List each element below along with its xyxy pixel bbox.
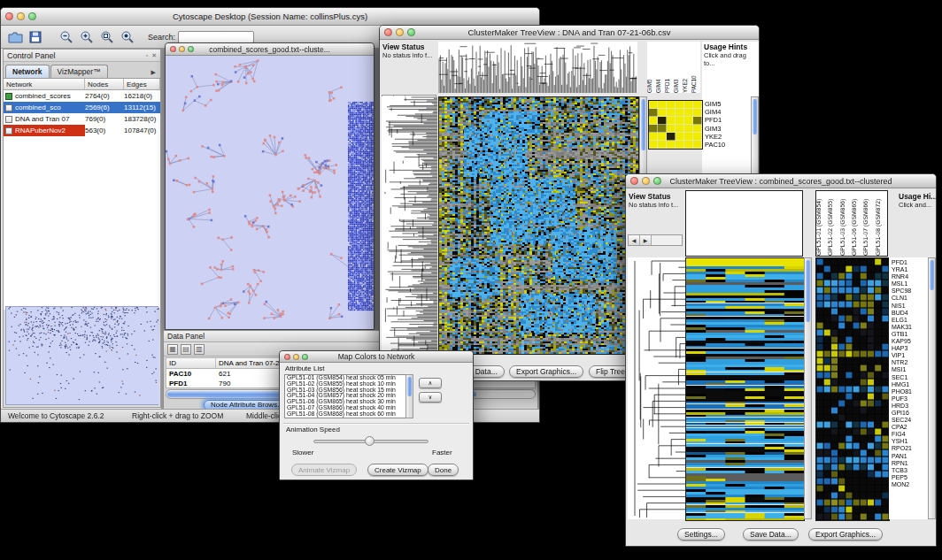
close-window-icon[interactable] [5, 12, 13, 20]
zoom-selected-icon[interactable] [119, 28, 136, 46]
network-row[interactable]: DNA and Tran 07769(0)183728(0) [4, 113, 160, 125]
usage-hints-panel: Usage Hints Click and drag to... [704, 42, 757, 87]
vscroll-thumb[interactable] [641, 99, 645, 150]
zoom-fit-icon[interactable] [98, 28, 116, 46]
network-view-titlebar[interactable]: combined_scores_good.txt--cluste... [166, 43, 374, 56]
usage-hints-text: Click and... [899, 201, 936, 209]
float-panel-icon[interactable]: ▫ [146, 52, 148, 59]
main-window-title: Cytoscape Desktop (Session Name: collins… [173, 12, 367, 21]
minimize-view-icon[interactable] [179, 46, 185, 52]
open-file-icon[interactable] [6, 28, 24, 46]
gene-label: HAP3 [892, 345, 927, 352]
export-graphics-button[interactable]: Export Graphics... [808, 528, 883, 541]
attribute-item[interactable]: GPL51-08 (GSM868) heat shock 60 min [285, 411, 413, 418]
gene-label-list: PFD1YRA1RNR4MSL1SPC98CLN1NIS1BUD4ELG1MAK… [892, 259, 927, 518]
gene-vscrollbar[interactable] [928, 257, 936, 519]
global-heatmap-canvas[interactable] [438, 96, 639, 355]
dialog-body: Attribute List GPL51-01 (GSM854) heat sh… [280, 363, 473, 479]
array-col-label: GPL51-06 (GSM865) [852, 191, 863, 256]
scroll-right-icon[interactable]: ▶ [640, 235, 652, 245]
minimize-window-icon[interactable] [396, 28, 404, 36]
export-graphics-button[interactable]: Export Graphics... [509, 365, 583, 378]
main-titlebar[interactable]: Cytoscape Desktop (Session Name: collins… [1, 8, 539, 26]
treeview-combined-titlebar[interactable]: ClusterMaker TreeView : combined_scores_… [626, 174, 936, 188]
save-icon[interactable] [27, 28, 44, 46]
save-data-button[interactable]: Save Data... [743, 528, 799, 541]
global-hscrollbar[interactable]: ◀ ▶ [628, 234, 683, 246]
move-down-button[interactable]: ∨ [419, 392, 442, 403]
zoom-col-label: PAC10 [691, 42, 700, 93]
create-vizmap-button[interactable]: Create Vizmap [367, 464, 429, 476]
create-attribute-icon[interactable]: ▤ [181, 344, 191, 355]
close-window-icon[interactable] [630, 177, 638, 185]
zoom-col-label: GIM5 [647, 42, 656, 93]
network-edges: 16218(0) [124, 92, 160, 100]
zoom-window-icon[interactable] [653, 177, 661, 185]
network-row[interactable]: RNAPuberNov2563(0)107847(0) [4, 125, 160, 136]
treeview-dna-titlebar[interactable]: ClusterMaker TreeView : DNA and Tran 07-… [380, 26, 759, 40]
vscroll-thumb[interactable] [806, 260, 810, 322]
tab-network[interactable]: Network [5, 65, 50, 78]
close-panel-icon[interactable]: ✕ [151, 52, 157, 59]
network-overview-canvas[interactable] [6, 307, 159, 404]
array-col-label: GPL51-01 (GSM854) [816, 191, 828, 256]
array-col-label: GPL51-02 (GSM855) [828, 191, 839, 256]
zoom-view-icon[interactable] [188, 46, 194, 52]
zoom-heatmap-canvas[interactable] [648, 100, 703, 150]
scroll-left-icon[interactable]: ◀ [629, 235, 640, 245]
dialog-titlebar[interactable]: Map Colors to Network [280, 351, 473, 363]
zoom-dialog-icon[interactable] [302, 354, 308, 360]
settings-button[interactable]: Settings... [677, 528, 725, 541]
network-canvas[interactable] [166, 56, 374, 329]
minimize-window-icon[interactable] [17, 12, 25, 20]
zoom-in-icon[interactable] [78, 28, 96, 46]
close-dialog-icon[interactable] [284, 354, 290, 360]
global-heatmap-canvas[interactable] [685, 257, 805, 521]
select-attributes-icon[interactable]: ▦ [167, 344, 178, 355]
close-view-icon[interactable] [170, 46, 176, 52]
gene-label: BUD4 [892, 310, 927, 317]
gene-label: GPI16 [892, 410, 927, 417]
heatmap-vscrollbar[interactable] [804, 257, 812, 519]
tab-overflow-icon[interactable]: ▶ [149, 69, 158, 78]
col-id[interactable]: ID [166, 358, 216, 368]
vscroll-thumb[interactable] [407, 377, 412, 396]
vscroll-thumb[interactable] [930, 260, 934, 290]
desktop: { "icons": { "arrow_left": "◀", "arrow_r… [0, 0, 942, 560]
row-dendrogram-canvas[interactable] [382, 96, 437, 353]
network-name-cell: combined_scores [4, 90, 85, 102]
zoom-heatmap-canvas[interactable] [815, 257, 890, 521]
network-name-cell: combined_sco [4, 102, 85, 113]
gene-label: MAK31 [892, 324, 927, 331]
gene-label: RPN1 [892, 460, 927, 467]
network-row[interactable]: combined_scores2764(0)16218(0) [4, 90, 160, 102]
vscroll-thumb[interactable] [753, 99, 757, 134]
animate-vizmap-button[interactable]: Animate Vizmap [291, 464, 357, 476]
search-input[interactable] [178, 31, 254, 43]
network-edges: 13112(15) [124, 104, 160, 111]
network-row[interactable]: combined_sco2569(6)13112(15) [4, 102, 160, 113]
speed-slider-thumb[interactable] [365, 436, 374, 446]
gene-label: PUF3 [892, 395, 927, 403]
close-window-icon[interactable] [384, 28, 392, 36]
attribute-list[interactable]: GPL51-01 (GSM854) heat shock 05 minGPL51… [284, 374, 413, 418]
col-network[interactable]: Network [4, 79, 85, 89]
gene-label: MSL1 [892, 280, 927, 288]
list-vscrollbar[interactable] [405, 374, 413, 418]
tab-vizmapper[interactable]: VizMapper™ [50, 65, 108, 78]
move-up-button[interactable]: ∧ [419, 378, 442, 388]
done-button[interactable]: Done [428, 464, 459, 476]
zoom-window-icon[interactable] [407, 28, 415, 36]
zoom-out-icon[interactable] [58, 28, 75, 46]
minimize-window-icon[interactable] [642, 177, 650, 185]
col-edges[interactable]: Edges [124, 79, 160, 89]
view-status-title: View Status [629, 192, 682, 201]
zoom-window-icon[interactable] [28, 12, 36, 20]
row-dendrogram-canvas[interactable] [628, 257, 685, 519]
window-controls [5, 8, 36, 25]
gene-label: VIP1 [892, 352, 927, 359]
col-nodes[interactable]: Nodes [85, 79, 124, 89]
delete-attribute-icon[interactable]: ▥ [194, 344, 205, 355]
column-dendrogram-canvas[interactable] [438, 42, 637, 93]
minimize-dialog-icon[interactable] [293, 354, 299, 360]
